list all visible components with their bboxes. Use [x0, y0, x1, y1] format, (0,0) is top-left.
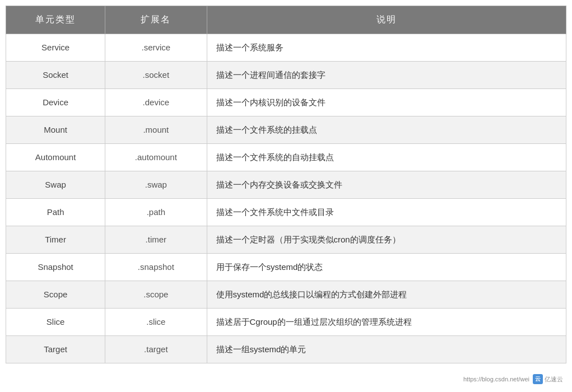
table-row: Socket.socket描述一个进程间通信的套接字	[6, 62, 566, 89]
cell-type: Device	[6, 89, 105, 116]
table-row: Path.path描述一个文件系统中文件或目录	[6, 199, 566, 226]
cell-ext: .timer	[105, 226, 207, 254]
cell-ext: .snapshot	[105, 254, 207, 281]
watermark-logo: 云 亿速云	[533, 374, 563, 384]
cell-type: Scope	[6, 281, 105, 309]
table-row: Snapshot.snapshot用于保存一个systemd的状态	[6, 254, 566, 281]
cell-desc: 描述一个文件系统中文件或目录	[207, 199, 566, 226]
cell-ext: .target	[105, 336, 207, 363]
cell-ext: .service	[105, 34, 207, 62]
cell-desc: 描述居于Cgroup的一组通过层次组织的管理系统进程	[207, 309, 566, 336]
cell-type: Socket	[6, 62, 105, 89]
cell-desc: 描述一个进程间通信的套接字	[207, 62, 566, 89]
cell-type: Target	[6, 336, 105, 363]
cell-desc: 描述一个文件系统的挂载点	[207, 116, 566, 144]
cell-desc: 描述一个内核识别的设备文件	[207, 89, 566, 116]
table-row: Mount.mount描述一个文件系统的挂载点	[6, 116, 566, 144]
cell-type: Automount	[6, 144, 105, 171]
cell-ext: .slice	[105, 309, 207, 336]
cell-ext: .device	[105, 89, 207, 116]
col-header-type: 单元类型	[6, 6, 105, 34]
watermark: https://blog.csdn.net/wei 云 亿速云	[463, 374, 563, 384]
cell-type: Snapshot	[6, 254, 105, 281]
cell-type: Timer	[6, 226, 105, 254]
cell-type: Swap	[6, 171, 105, 199]
col-header-ext: 扩展名	[105, 6, 207, 34]
cell-ext: .path	[105, 199, 207, 226]
logo-text: 亿速云	[545, 375, 563, 384]
cell-type: Service	[6, 34, 105, 62]
table-row: Service.service描述一个系统服务	[6, 34, 566, 62]
cell-desc: 描述一个文件系统的自动挂载点	[207, 144, 566, 171]
cell-desc: 用于保存一个systemd的状态	[207, 254, 566, 281]
table-row: Swap.swap描述一个内存交换设备或交换文件	[6, 171, 566, 199]
cell-desc: 描述一组systemd的单元	[207, 336, 566, 363]
cell-type: Slice	[6, 309, 105, 336]
col-header-desc: 说明	[207, 6, 566, 34]
cell-ext: .mount	[105, 116, 207, 144]
watermark-url: https://blog.csdn.net/wei	[463, 376, 529, 382]
cell-desc: 描述一个系统服务	[207, 34, 566, 62]
cell-desc: 描述一个定时器（用于实现类似cron的调度任务）	[207, 226, 566, 254]
logo-icon: 云	[533, 374, 543, 384]
main-container: 单元类型 扩展名 说明 Service.service描述一个系统服务Socke…	[0, 0, 572, 392]
table-header-row: 单元类型 扩展名 说明	[6, 6, 566, 34]
table-row: Scope.scope使用systemd的总线接口以编程的方式创建外部进程	[6, 281, 566, 309]
table-row: Target.target描述一组systemd的单元	[6, 336, 566, 363]
cell-desc: 使用systemd的总线接口以编程的方式创建外部进程	[207, 281, 566, 309]
table-row: Slice.slice描述居于Cgroup的一组通过层次组织的管理系统进程	[6, 309, 566, 336]
cell-desc: 描述一个内存交换设备或交换文件	[207, 171, 566, 199]
cell-type: Mount	[6, 116, 105, 144]
cell-ext: .socket	[105, 62, 207, 89]
table-row: Device.device描述一个内核识别的设备文件	[6, 89, 566, 116]
table-row: Timer.timer描述一个定时器（用于实现类似cron的调度任务）	[6, 226, 566, 254]
cell-ext: .swap	[105, 171, 207, 199]
table-row: Automount.automount描述一个文件系统的自动挂载点	[6, 144, 566, 171]
cell-ext: .scope	[105, 281, 207, 309]
cell-type: Path	[6, 199, 105, 226]
cell-ext: .automount	[105, 144, 207, 171]
unit-type-table: 单元类型 扩展名 说明 Service.service描述一个系统服务Socke…	[6, 6, 566, 363]
